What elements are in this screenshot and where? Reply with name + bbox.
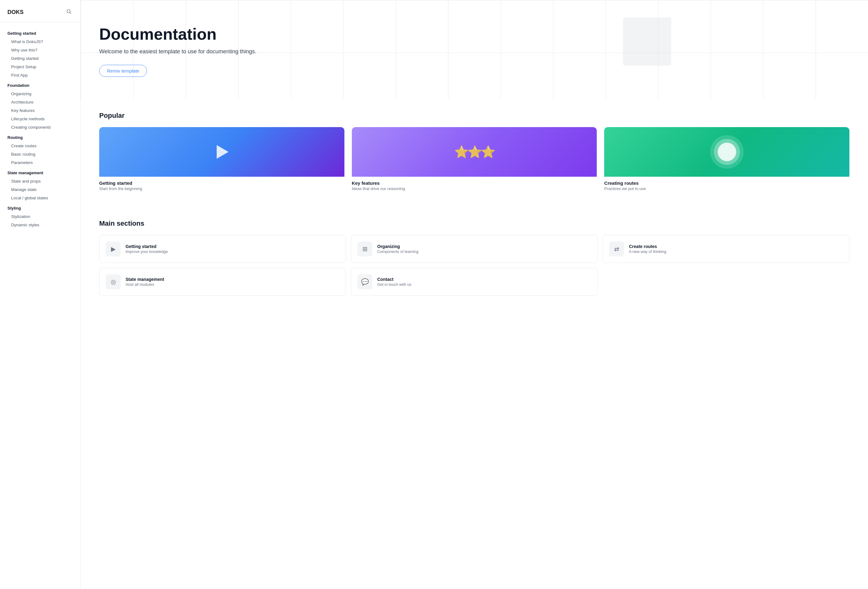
main-content: Documentation Welcome to the easiest tem… (81, 0, 868, 589)
sidebar-section-title: Foundation (0, 79, 80, 90)
section-card-desc: Components of learning (377, 249, 418, 254)
section-card-icon: ⊞ (357, 242, 372, 256)
svg-line-1 (70, 12, 71, 13)
sidebar-item[interactable]: Architecture (0, 98, 80, 106)
sidebar: DOKS Getting startedWhat is DoksJS?Why u… (0, 0, 81, 589)
circle-glow-icon (717, 143, 736, 161)
popular-card-title: Key features (352, 180, 597, 186)
section-card-desc: A new way of thinking (629, 249, 666, 254)
section-card[interactable]: ⇄Create routesA new way of thinking (603, 235, 849, 263)
popular-card-info: Getting startedStart from the beginning (99, 177, 344, 195)
sidebar-item[interactable]: Manage state (0, 185, 80, 194)
popular-grid: Getting startedStart from the beginning⭐… (99, 127, 849, 195)
popular-card-info: Creating routesPractices we put to use (604, 177, 849, 195)
section-card-icon: ⇄ (609, 242, 624, 256)
search-button[interactable] (65, 7, 73, 17)
section-card-info: Create routesA new way of thinking (629, 244, 666, 254)
sidebar-item[interactable]: Creating components (0, 123, 80, 131)
remix-template-button[interactable]: Remix template (99, 65, 147, 77)
sidebar-item[interactable]: What is DoksJS? (0, 37, 80, 46)
section-card[interactable]: ⊞OrganizingComponents of learning (351, 235, 598, 263)
sidebar-item[interactable]: Organizing (0, 90, 80, 98)
section-card-title: Getting started (125, 244, 168, 249)
popular-card-title: Getting started (99, 180, 344, 186)
popular-title: Popular (99, 112, 849, 120)
section-card[interactable]: ▶Getting startedImprove your knowledge (99, 235, 346, 263)
section-card[interactable]: 💬ContactGet in touch with us (351, 268, 598, 296)
hero-content: Documentation Welcome to the easiest tem… (99, 25, 849, 77)
sidebar-item[interactable]: Local / global states (0, 194, 80, 202)
popular-card-thumbnail: ⭐⭐⭐ (352, 127, 597, 177)
main-sections-title: Main sections (99, 220, 849, 227)
section-card-desc: Host all modules (125, 282, 164, 287)
section-card-info: OrganizingComponents of learning (377, 244, 418, 254)
popular-section: Popular Getting startedStart from the be… (81, 99, 868, 207)
main-sections-section: Main sections ▶Getting startedImprove yo… (81, 207, 868, 308)
sidebar-item[interactable]: Parameters (0, 158, 80, 167)
section-card-title: Organizing (377, 244, 418, 249)
section-card-icon: 💬 (357, 275, 372, 289)
section-card-icon: ◎ (106, 275, 121, 289)
section-card-info: ContactGet in touch with us (377, 277, 411, 287)
section-card-icon: ▶ (106, 242, 121, 256)
section-card-desc: Improve your knowledge (125, 249, 168, 254)
sidebar-item[interactable]: First App (0, 71, 80, 79)
sidebar-sections: Getting startedWhat is DoksJS?Why use th… (0, 27, 80, 229)
popular-card-thumbnail (99, 127, 344, 177)
popular-card-desc: Ideas that drive our reasoning (352, 186, 597, 191)
sidebar-item[interactable]: State and props (0, 177, 80, 185)
popular-card-title: Creating routes (604, 180, 849, 186)
section-card-title: Create routes (629, 244, 666, 249)
sidebar-item[interactable]: Create routes (0, 142, 80, 150)
sidebar-item[interactable]: Why use this? (0, 46, 80, 54)
sidebar-logo-area: DOKS (0, 7, 80, 22)
sidebar-item[interactable]: Lifecycle methods (0, 115, 80, 123)
sidebar-item[interactable]: Basic routing (0, 150, 80, 158)
sidebar-section-title: Routing (0, 131, 80, 142)
popular-card[interactable]: Getting startedStart from the beginning (99, 127, 344, 195)
sidebar-item[interactable]: Getting started (0, 54, 80, 63)
popular-card-info: Key featuresIdeas that drive our reasoni… (352, 177, 597, 195)
play-icon (217, 145, 229, 159)
stars-icon: ⭐⭐⭐ (454, 145, 494, 159)
main-sections-grid: ▶Getting startedImprove your knowledge⊞O… (99, 235, 849, 296)
popular-card[interactable]: ⭐⭐⭐Key featuresIdeas that drive our reas… (352, 127, 597, 195)
logo-text: DOKS (7, 9, 24, 16)
popular-card-desc: Practices we put to use (604, 186, 849, 191)
section-card-info: State managementHost all modules (125, 277, 164, 287)
hero-section: Documentation Welcome to the easiest tem… (81, 0, 868, 99)
sidebar-item[interactable]: Dynamic styles (0, 221, 80, 229)
popular-card-thumbnail (604, 127, 849, 177)
sidebar-item[interactable]: Stylization (0, 213, 80, 221)
section-card-desc: Get in touch with us (377, 282, 411, 287)
popular-card-desc: Start from the beginning (99, 186, 344, 191)
hero-subtitle: Welcome to the easiest template to use f… (99, 48, 849, 55)
section-card-title: Contact (377, 277, 411, 282)
sidebar-item[interactable]: Project Setup (0, 63, 80, 71)
sidebar-section-title: Getting started (0, 27, 80, 37)
hero-title: Documentation (99, 25, 849, 43)
section-card-title: State management (125, 277, 164, 282)
section-card[interactable]: ◎State managementHost all modules (99, 268, 346, 296)
sidebar-section-title: Styling (0, 202, 80, 213)
section-card-info: Getting startedImprove your knowledge (125, 244, 168, 254)
sidebar-item[interactable]: Key features (0, 106, 80, 115)
popular-card[interactable]: Creating routesPractices we put to use (604, 127, 849, 195)
sidebar-section-title: State management (0, 167, 80, 177)
